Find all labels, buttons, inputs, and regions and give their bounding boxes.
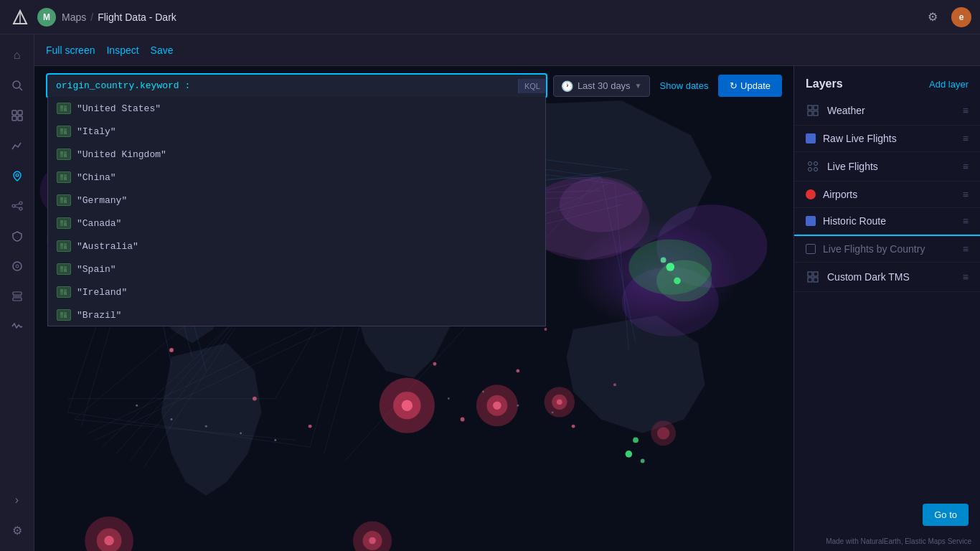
- svg-rect-117: [60, 105, 63, 108]
- svg-rect-139: [60, 223, 63, 226]
- search-dropdown: "United States""Italy""United Kingdom""C…: [47, 97, 546, 326]
- svg-rect-160: [814, 111, 818, 116]
- map-container[interactable]: UNITED STATES OF AMERICA: [34, 66, 793, 551]
- svg-rect-154: [64, 312, 67, 315]
- svg-rect-157: [808, 105, 812, 110]
- dropdown-item-text: "Australia": [77, 241, 138, 252]
- breadcrumb-separator: /: [90, 11, 93, 23]
- layer-drag-airports[interactable]: ≡: [963, 189, 969, 200]
- dropdown-item-icon: [57, 126, 71, 137]
- svg-point-14: [13, 262, 22, 270]
- main-area: ⌂: [0, 34, 980, 551]
- svg-rect-6: [12, 116, 17, 121]
- svg-rect-135: [60, 200, 63, 203]
- dropdown-item[interactable]: "Canada": [48, 212, 545, 235]
- layer-name-custom-dark-tms: Custom Dark TMS: [827, 271, 956, 283]
- layer-name-live-flights: Live Flights: [827, 161, 956, 172]
- layer-drag-raw-live-flights[interactable]: ≡: [963, 133, 969, 144]
- svg-point-11: [19, 207, 22, 210]
- layer-item-custom-dark-tms[interactable]: Custom Dark TMS ≡: [794, 263, 980, 292]
- sidebar-item-dashboard[interactable]: [4, 103, 30, 128]
- dropdown-item[interactable]: "Ireland": [48, 281, 545, 303]
- dropdown-item-text: "Germany": [77, 195, 127, 206]
- dropdown-item[interactable]: "China": [48, 166, 545, 189]
- svg-rect-167: [808, 278, 812, 282]
- svg-rect-166: [814, 272, 818, 276]
- sidebar-item-fleet[interactable]: [4, 253, 30, 279]
- dropdown-item[interactable]: "United Kingdom": [48, 143, 545, 166]
- svg-rect-126: [64, 151, 67, 154]
- svg-point-98: [613, 383, 616, 386]
- svg-rect-168: [814, 278, 818, 282]
- sidebar-item-maps[interactable]: [4, 163, 30, 189]
- svg-rect-122: [64, 128, 67, 131]
- svg-rect-131: [60, 177, 63, 180]
- sidebar-item-arrow[interactable]: ›: [4, 487, 30, 513]
- layer-drag-live-flights-country[interactable]: ≡: [963, 243, 969, 255]
- dropdown-item[interactable]: "Australia": [48, 235, 545, 258]
- sidebar-item-visualize[interactable]: [4, 133, 30, 159]
- sidebar-item-apm[interactable]: [4, 314, 30, 339]
- svg-rect-128: [64, 154, 67, 157]
- kql-badge[interactable]: KQL: [518, 79, 546, 93]
- show-dates-button[interactable]: Show dates: [656, 76, 713, 95]
- layer-item-weather[interactable]: Weather ≡: [794, 96, 980, 126]
- dropdown-item[interactable]: "Spain": [48, 258, 545, 281]
- dropdown-item-icon: [57, 217, 71, 229]
- inspect-link[interactable]: Inspect: [106, 44, 138, 56]
- svg-rect-7: [18, 116, 22, 121]
- svg-point-95: [461, 418, 465, 422]
- fullscreen-link[interactable]: Full screen: [46, 44, 95, 56]
- workspace-badge[interactable]: M: [37, 8, 56, 27]
- svg-rect-120: [64, 108, 67, 111]
- svg-point-103: [666, 263, 675, 271]
- attribution: Made with NaturalEarth, Elastic Maps Ser…: [794, 534, 980, 551]
- svg-line-12: [15, 204, 19, 205]
- sidebar-item-security[interactable]: [4, 223, 30, 249]
- layer-drag-live-flights[interactable]: ≡: [963, 161, 969, 172]
- breadcrumb-maps[interactable]: Maps: [62, 11, 86, 23]
- dropdown-item[interactable]: "United States": [48, 97, 545, 120]
- dropdown-item[interactable]: "Italy": [48, 120, 545, 143]
- sidebar-item-stack[interactable]: [4, 283, 30, 309]
- sidebar-item-ml[interactable]: [4, 193, 30, 219]
- svg-point-91: [169, 348, 174, 352]
- dropdown-item-icon: [57, 240, 71, 252]
- sidebar-item-settings[interactable]: ⚙: [4, 517, 30, 543]
- add-layer-button[interactable]: Add layer: [929, 79, 969, 90]
- save-link[interactable]: Save: [151, 44, 174, 56]
- svg-rect-121: [60, 128, 63, 131]
- settings-icon[interactable]: ⚙: [923, 7, 943, 27]
- svg-point-100: [626, 451, 633, 458]
- dropdown-item[interactable]: "Brazil": [48, 303, 545, 326]
- sidebar-item-home[interactable]: ⌂: [4, 42, 30, 68]
- svg-point-10: [19, 202, 22, 204]
- content-area: Full screen Inspect Save: [34, 34, 980, 551]
- layer-item-live-flights-country[interactable]: Live Flights by Country ≡: [794, 236, 980, 263]
- svg-point-15: [16, 265, 19, 268]
- update-button[interactable]: ↻ Update: [718, 75, 782, 97]
- goto-button[interactable]: Go to: [923, 504, 969, 526]
- svg-rect-137: [60, 220, 63, 223]
- svg-rect-158: [814, 105, 818, 110]
- svg-point-161: [809, 162, 812, 166]
- layer-drag-weather[interactable]: ≡: [963, 105, 969, 116]
- svg-point-164: [814, 168, 818, 171]
- layer-icon-live-flights-country: [806, 244, 816, 254]
- search-input[interactable]: [47, 75, 518, 97]
- layer-item-live-flights[interactable]: Live Flights ≡: [794, 152, 980, 182]
- layer-drag-historic-route[interactable]: ≡: [963, 215, 969, 227]
- layer-item-historic-route[interactable]: Historic Route ≡: [794, 208, 980, 235]
- user-avatar[interactable]: e: [951, 7, 971, 27]
- svg-point-109: [171, 418, 173, 420]
- dropdown-item[interactable]: "Germany": [48, 189, 545, 212]
- layer-item-airports[interactable]: Airports ≡: [794, 182, 980, 208]
- time-selector[interactable]: 🕐 Last 30 days ▼: [553, 75, 650, 97]
- svg-point-113: [448, 397, 450, 400]
- dropdown-item-icon: [57, 149, 71, 160]
- layer-item-raw-live-flights[interactable]: Raw Live Flights ≡: [794, 126, 980, 152]
- layer-drag-custom-dark-tms[interactable]: ≡: [963, 271, 969, 283]
- svg-rect-143: [60, 246, 63, 249]
- svg-rect-133: [60, 197, 63, 200]
- sidebar-item-search[interactable]: [4, 72, 30, 98]
